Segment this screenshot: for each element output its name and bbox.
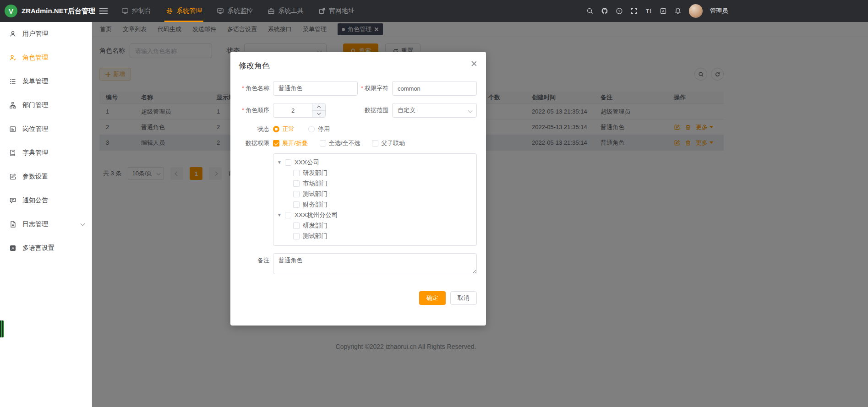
checkbox-unchecked-icon[interactable]: [293, 233, 300, 239]
logo-badge: V: [5, 5, 17, 17]
nav-item-label: 系统管理: [176, 7, 202, 15]
app-logo[interactable]: V ZRAdmin.NET后台管理: [0, 5, 92, 17]
confirm-button[interactable]: 确定: [419, 291, 446, 305]
sidebar-item-dicts[interactable]: 字典管理: [0, 141, 92, 165]
role-name-field[interactable]: [273, 81, 358, 96]
radio-selected-icon: [273, 126, 279, 132]
sidebar-item-menus[interactable]: 菜单管理: [0, 70, 92, 93]
monitor-icon: [121, 7, 129, 15]
tree-node[interactable]: 测试部门: [273, 231, 476, 241]
decrement-button[interactable]: [312, 111, 325, 118]
sidebar-item-languages[interactable]: A 多语言设置: [0, 236, 92, 260]
nav-item-console[interactable]: 控制台: [114, 0, 158, 22]
sidebar-item-label: 参数设置: [22, 173, 48, 181]
sidebar-item-users[interactable]: 用户管理: [0, 22, 92, 46]
sidebar-item-departments[interactable]: 部门管理: [0, 93, 92, 117]
tree-node[interactable]: ▼ XXX公司: [273, 157, 476, 168]
nav-item-label: 官网地址: [329, 7, 355, 15]
checkbox-unchecked-icon[interactable]: [293, 222, 300, 229]
tree-node[interactable]: 研发部门: [273, 220, 476, 231]
font-size-icon[interactable]: T: [645, 7, 652, 15]
checkbox-label: 全选/全不选: [329, 139, 360, 147]
user-avatar[interactable]: [689, 4, 703, 18]
svg-text:T: T: [646, 8, 649, 14]
sidebar-item-label: 用户管理: [22, 30, 48, 38]
tree-expand-icon[interactable]: ▼: [277, 212, 284, 217]
status-field-label: 状态: [239, 125, 269, 133]
data-scope-value: 自定义: [398, 106, 415, 114]
tree-node[interactable]: 测试部门: [273, 189, 476, 199]
tree-node[interactable]: ▼ XXX杭州分公司: [273, 210, 476, 220]
chevron-down-icon: [468, 109, 473, 113]
help-icon[interactable]: ?: [616, 7, 623, 15]
nav-item-label: 系统监控: [227, 7, 253, 15]
expand-collapse-checkbox[interactable]: 展开/折叠: [273, 139, 308, 147]
chevron-down-icon: [317, 111, 321, 115]
nav-item-tools[interactable]: 系统工具: [260, 0, 311, 22]
role-key-field[interactable]: [392, 81, 477, 96]
nav-item-website[interactable]: 官网地址: [311, 0, 362, 22]
select-all-checkbox[interactable]: 全选/全不选: [320, 139, 360, 147]
dialog-close-icon[interactable]: [471, 60, 477, 66]
tree-node-label: XXX杭州分公司: [295, 211, 338, 219]
role-key-field-label: 权限字符: [358, 85, 388, 92]
sidebar-item-notices[interactable]: 通知公告: [0, 189, 92, 212]
tree-node[interactable]: 市场部门: [273, 178, 476, 189]
sidebar-item-logs[interactable]: 日志管理: [0, 212, 92, 236]
remark-field[interactable]: 普通角色: [273, 253, 477, 274]
sidebar-item-label: 角色管理: [22, 54, 48, 62]
permission-tree: ▼ XXX公司 研发部门 市场部门 测试部门 财务部门 ▼: [273, 153, 477, 246]
search-icon[interactable]: [586, 7, 594, 15]
checkbox-unchecked-icon[interactable]: [293, 180, 300, 187]
role-icon: [9, 54, 16, 61]
badge-icon: [9, 125, 16, 133]
checkbox-unchecked-icon[interactable]: [293, 191, 300, 197]
user-name[interactable]: 管理员: [710, 7, 728, 15]
parent-child-link-checkbox[interactable]: 父子联动: [372, 139, 405, 147]
checkbox-unchecked-icon: [320, 140, 326, 147]
nav-item-system[interactable]: 系统管理: [158, 0, 209, 22]
status-radio-disabled[interactable]: 停用: [308, 125, 330, 133]
tree-node-label: 研发部门: [303, 169, 328, 177]
svg-text:?: ?: [618, 9, 621, 13]
svg-text:A: A: [11, 246, 14, 250]
toolbox-icon: [267, 7, 275, 15]
github-icon[interactable]: [601, 7, 608, 15]
checkbox-unchecked-icon[interactable]: [285, 212, 291, 218]
tree-node-label: 测试部门: [303, 232, 328, 240]
sidebar-item-roles[interactable]: 角色管理: [0, 46, 92, 70]
sidebar-toggle-icon[interactable]: [99, 8, 108, 14]
increment-button[interactable]: [312, 103, 325, 111]
corner-widget[interactable]: [0, 320, 4, 337]
left-sidebar: 用户管理 角色管理 菜单管理 部门管理 岗位管理 字典管理 参数设置 通知公告 …: [0, 22, 92, 407]
checkbox-unchecked-icon[interactable]: [285, 159, 291, 166]
fullscreen-icon[interactable]: [630, 7, 638, 15]
monitor-chart-icon: [217, 7, 224, 15]
sidebar-item-label: 日志管理: [22, 220, 48, 228]
nav-item-label: 系统工具: [278, 7, 304, 15]
top-nav: 控制台 系统管理 系统监控 系统工具 官网地址: [114, 0, 362, 22]
edit-role-dialog: 修改角色 角色名称 权限字符 角色顺序: [230, 52, 486, 326]
tree-node-label: 市场部门: [303, 179, 328, 188]
external-link-icon: [318, 7, 326, 15]
checkbox-unchecked-icon[interactable]: [293, 170, 300, 176]
status-radio-normal[interactable]: 正常: [273, 125, 295, 133]
tree-node[interactable]: 财务部门: [273, 199, 476, 210]
svg-text:A: A: [662, 9, 665, 13]
sidebar-item-params[interactable]: 参数设置: [0, 165, 92, 189]
bell-icon[interactable]: [674, 7, 682, 15]
sidebar-item-label: 岗位管理: [22, 125, 48, 133]
cancel-button[interactable]: 取消: [450, 291, 477, 305]
chevron-down-icon: [81, 221, 85, 226]
tree-node-label: XXX公司: [295, 158, 319, 167]
tree-node[interactable]: 研发部门: [273, 168, 476, 178]
dialog-body: 角色名称 权限字符 角色顺序 数据范围: [230, 75, 486, 313]
checkbox-unchecked-icon[interactable]: [293, 201, 300, 208]
layout-size-icon[interactable]: A: [660, 7, 667, 15]
sidebar-item-posts[interactable]: 岗位管理: [0, 117, 92, 141]
book-icon: [9, 149, 16, 157]
tree-expand-icon[interactable]: ▼: [277, 160, 284, 165]
nav-item-monitor[interactable]: 系统监控: [209, 0, 260, 22]
data-scope-select[interactable]: 自定义: [392, 103, 477, 118]
edit-square-icon: [9, 173, 16, 180]
